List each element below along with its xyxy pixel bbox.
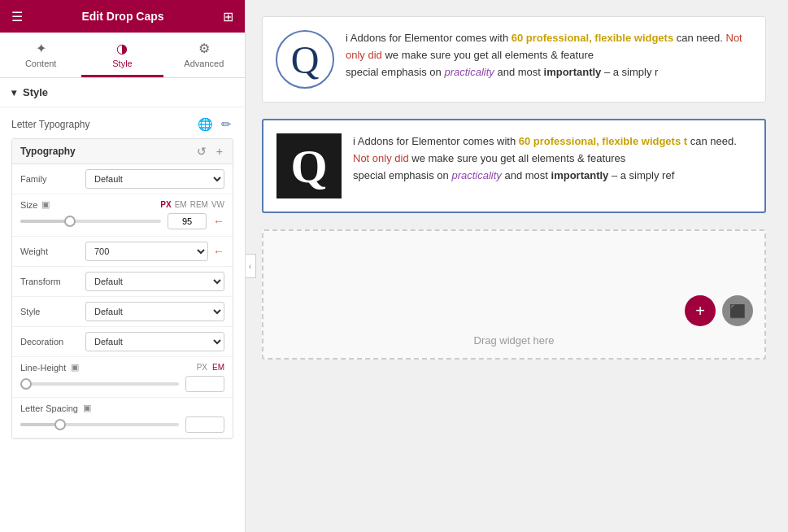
lh-monitor-icon: ▣ — [71, 362, 79, 373]
panel-title: Edit Drop Caps — [81, 10, 163, 23]
style-row: Style Default — [12, 297, 233, 327]
size-units: PX EM REM VW — [160, 200, 224, 209]
text-italic: practicality — [444, 66, 494, 78]
text-normal3: special emphasis on — [346, 66, 444, 78]
text-normal5: – a simply r — [601, 66, 658, 78]
advanced-tab-icon: ⚙ — [198, 41, 210, 56]
widget-template-btn[interactable]: ⬛ — [722, 295, 753, 326]
tab-style[interactable]: ◑ Style — [81, 33, 163, 77]
style-select[interactable]: Default — [85, 302, 224, 321]
ls-monitor-icon: ▣ — [83, 403, 91, 413]
text-n2: can need. — [687, 135, 737, 147]
unit-vw[interactable]: VW — [211, 200, 224, 209]
sidebar-body: Letter Typography 🌐 ✏ Typography ↺ + Fam… — [0, 107, 245, 532]
dropcap-block-circle: Q i Addons for Elementor comes with 60 p… — [262, 16, 766, 102]
section-collapse-arrow: ▾ — [11, 87, 16, 98]
lh-label: Line-Height — [20, 363, 66, 373]
typography-box: Typography ↺ + Family Default — [11, 138, 233, 439]
unit-em[interactable]: EM — [175, 200, 187, 209]
family-control: Default — [85, 169, 224, 189]
globe-icon-btn[interactable]: 🌐 — [196, 116, 215, 133]
sidebar: ☰ Edit Drop Caps ⊞ ✦ Content ◑ Style ⚙ A… — [0, 0, 246, 532]
lh-controls — [20, 376, 224, 392]
text-highlight-gold: 60 professional, flexible widgets — [512, 32, 673, 44]
lh-row-top: Line-Height ▣ PX EM — [20, 362, 224, 373]
size-arrow-indicator: ← — [213, 215, 224, 228]
size-row: Size ▣ PX EM REM VW — [12, 194, 233, 237]
text-n3: we make sure you get all elements & feat… — [409, 152, 626, 164]
ls-input[interactable] — [185, 416, 224, 433]
unit-rem[interactable]: REM — [190, 200, 208, 209]
hamburger-icon[interactable]: ☰ — [11, 9, 23, 24]
canvas-area: Q i Addons for Elementor comes with 60 p… — [246, 0, 788, 532]
dropcap-block-square[interactable]: Q i Addons for Elementor comes with 60 p… — [262, 119, 766, 213]
text-n6: – a simply ref — [608, 169, 674, 181]
size-label: Size — [20, 200, 37, 210]
transform-row: Transform Default — [12, 267, 233, 297]
lh-unit-px[interactable]: PX — [197, 363, 207, 372]
text-hl-gold2: 60 professional, flexible widgets t — [519, 135, 687, 147]
line-height-row: Line-Height ▣ PX EM — [12, 357, 233, 398]
style-tab-icon: ◑ — [116, 41, 128, 56]
text-bold: importantly — [544, 66, 602, 78]
ls-row-top: Letter Spacing ▣ — [20, 403, 224, 413]
drop-actions: + ⬛ — [685, 295, 753, 326]
lh-label-area: Line-Height ▣ — [20, 362, 79, 373]
text-n5: and most — [502, 169, 551, 181]
dropcap-text-1: i Addons for Elementor comes with 60 pro… — [346, 30, 752, 81]
sidebar-header: ☰ Edit Drop Caps ⊞ — [0, 0, 245, 33]
size-row-top: Size ▣ PX EM REM VW — [20, 199, 224, 210]
transform-select[interactable]: Default — [85, 272, 224, 291]
size-slider[interactable] — [20, 220, 161, 223]
style-tab-label: Style — [112, 59, 132, 68]
dropcap-text-2: i Addons for Elementor comes with 60 pro… — [353, 133, 751, 184]
sidebar-collapse-btn[interactable]: ‹ — [246, 254, 256, 278]
family-row: Family Default — [12, 164, 233, 194]
lh-input[interactable] — [185, 376, 224, 392]
content-tab-icon: ✦ — [36, 41, 46, 56]
decoration-select[interactable]: Default — [85, 332, 224, 351]
tab-advanced[interactable]: ⚙ Advanced — [163, 33, 245, 77]
ls-slider[interactable] — [20, 423, 179, 426]
tab-content[interactable]: ✦ Content — [0, 33, 81, 77]
style-section-header[interactable]: ▾ Style — [0, 78, 245, 107]
ls-controls — [20, 416, 224, 433]
advanced-tab-label: Advanced — [184, 59, 224, 68]
size-monitor-icon: ▣ — [41, 199, 50, 210]
text-bold2: importantly — [551, 169, 609, 181]
text-normal4: and most — [494, 66, 544, 78]
letter-typography-label: Letter Typography — [11, 119, 90, 130]
typography-reset-btn[interactable]: ↺ — [195, 145, 208, 158]
text-normal2: we make sure you get all elements & feat… — [382, 49, 594, 61]
tabs-bar: ✦ Content ◑ Style ⚙ Advanced — [0, 33, 245, 78]
grid-icon[interactable]: ⊞ — [223, 9, 233, 24]
style-label: Style — [20, 307, 85, 316]
text-seg2: i Addons for Elementor comes with — [353, 135, 519, 147]
edit-icon-btn[interactable]: ✏ — [220, 116, 233, 133]
section-label: Style — [23, 86, 48, 98]
lh-unit-em[interactable]: EM — [212, 363, 224, 372]
weight-row: Weight 700 100 200 300 400 500 600 800 9… — [12, 237, 233, 267]
size-row-controls: ← — [20, 213, 224, 229]
unit-px[interactable]: PX — [160, 200, 171, 209]
decoration-row: Decoration Default — [12, 327, 233, 357]
size-input[interactable] — [168, 213, 207, 229]
weight-select-area: 700 100 200 300 400 500 600 800 900 ← — [85, 242, 224, 261]
typography-add-btn[interactable]: + — [215, 145, 224, 158]
text-segment: i Addons for Elementor comes with — [346, 32, 512, 44]
ls-label: Letter Spacing — [20, 403, 78, 413]
typography-box-actions: ↺ + — [195, 145, 224, 158]
weight-label: Weight — [20, 246, 85, 256]
weight-select[interactable]: 700 100 200 300 400 500 600 800 900 — [85, 242, 208, 261]
text-normal: can need. — [673, 32, 725, 44]
typography-box-title: Typography — [20, 146, 76, 157]
add-widget-btn[interactable]: + — [685, 295, 716, 326]
transform-label: Transform — [20, 277, 85, 286]
family-select[interactable]: Default — [85, 169, 224, 189]
weight-arrow-indicator: ← — [213, 245, 224, 258]
dropcap-letter-square: Q — [276, 133, 342, 198]
main-content: ‹ Q i Addons for Elementor comes with 60… — [246, 0, 788, 532]
lh-slider[interactable] — [20, 382, 179, 386]
text-hl-red2: Not only did — [353, 152, 409, 164]
drag-widget-label: Drag widget here — [474, 334, 555, 347]
